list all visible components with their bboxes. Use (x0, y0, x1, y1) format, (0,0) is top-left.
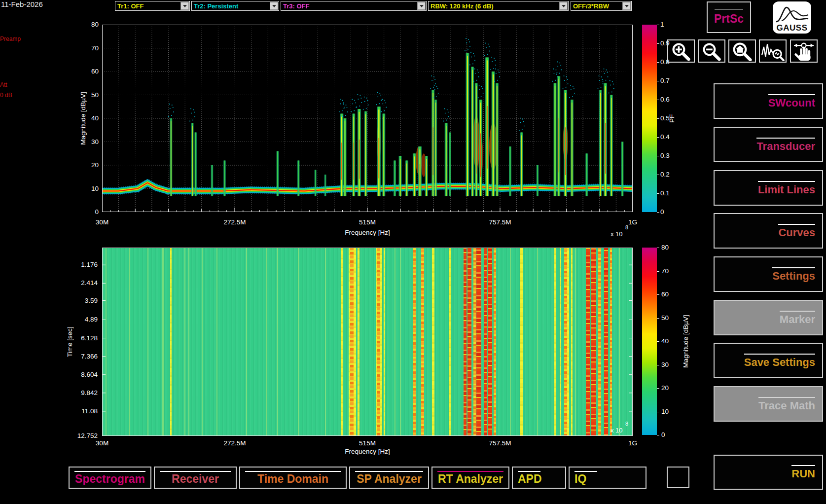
gauss-logo: GAUSS (773, 1, 811, 34)
button-inner: SWcount (768, 94, 815, 108)
tab-rt-analyzer[interactable]: RT Analyzer (431, 467, 509, 489)
colorbar-tick-mark (657, 365, 659, 365)
zoom-in-button[interactable] (667, 39, 695, 63)
trace1-dropdown[interactable]: Tr1: OFF (115, 1, 190, 11)
button-underline (772, 267, 815, 268)
sidebar-button-settings[interactable]: Settings (714, 256, 823, 292)
rbw-dropdown[interactable]: RBW: 120 kHz (6 dB) (428, 1, 569, 11)
pan-hand-icon (792, 41, 816, 61)
pan-button[interactable] (790, 39, 818, 63)
colorbar-tick-mark (657, 137, 659, 138)
x-tick-label: 272.5M (213, 439, 257, 447)
spectrogram-frame (102, 248, 633, 436)
sidebar-button-trace-math: Trace Math (714, 386, 823, 422)
zoom-signal-button[interactable] (759, 39, 787, 63)
zoom-signal-icon (761, 41, 785, 61)
sidebar-button-save-settings[interactable]: Save Settings (714, 343, 823, 378)
zoom-home-button[interactable] (728, 39, 756, 63)
trace2-dropdown[interactable]: Tr2: Persistent (191, 1, 279, 11)
dropdown-arrow-button[interactable] (180, 2, 189, 10)
colorbar-tick-label: 0.6 (660, 96, 670, 103)
print-screen-button[interactable]: PrtSc (707, 1, 751, 33)
y-tick-label: 20 (74, 161, 99, 169)
button-inner: Trace Math (758, 397, 815, 411)
time-tick-label: 8.604 (63, 371, 98, 378)
colorbar-tick-label: 20 (661, 384, 669, 392)
button-underline (758, 397, 815, 398)
colorbar-tick-mark (657, 81, 659, 81)
x-exponent-sup: 8 (625, 224, 628, 230)
button-underline (791, 465, 815, 466)
button-underline (778, 224, 815, 225)
x-tick-label: 515M (345, 218, 390, 226)
button-inner: Save Settings (744, 354, 815, 368)
colorbar-tick-label: 0.1 (660, 189, 670, 197)
colorbar-tick-mark (657, 100, 659, 100)
tab-underline (245, 471, 341, 472)
zoom-out-button[interactable] (698, 39, 725, 63)
colorbar-tick-label: 70 (661, 267, 669, 275)
colorbar-tick-mark (657, 156, 659, 156)
x-tick-label: 30M (80, 439, 124, 447)
tab-label: Spectrogram (74, 473, 145, 485)
y-tick-label: 80 (74, 21, 99, 28)
rbw-dropdown-value: RBW: 120 kHz (6 dB) (429, 2, 559, 10)
dropdown-arrow-button[interactable] (622, 2, 631, 10)
tab-underline (518, 471, 540, 472)
trace3-dropdown[interactable]: Tr3: OFF (281, 1, 427, 11)
time-tick-label: 4.89 (63, 316, 98, 323)
magnitude-colorbar (642, 248, 657, 435)
colorbar-tick-label: 40 (661, 337, 669, 345)
gauss-logo-text: GAUSS (777, 24, 808, 32)
colorbar-title: PF (668, 114, 676, 122)
status-note: Att (0, 81, 7, 88)
colorbar-tick-mark (657, 271, 659, 272)
x-tick-label: 1G (611, 218, 655, 226)
tab-time-domain[interactable]: Time Domain (239, 467, 347, 489)
colorbar-tick-label: 0.2 (660, 171, 670, 178)
detector-dropdown[interactable]: OFF/3*RBW (571, 1, 632, 11)
tab-sp-analyzer[interactable]: SP Analyzer (349, 467, 429, 489)
tab-apd[interactable]: APD (512, 467, 566, 489)
x-tick-label: 757.5M (478, 218, 522, 226)
tab-underline (74, 471, 145, 472)
button-label: Transducer (756, 141, 815, 152)
x-tick-label: 272.5M (213, 218, 257, 226)
colorbar-tick-mark (657, 175, 659, 175)
trace2-dropdown-value: Tr2: Persistent (192, 2, 270, 10)
chevron-down-icon (183, 5, 187, 7)
spectrogram-plot[interactable] (102, 248, 633, 436)
print-screen-label: PrtSc (714, 12, 744, 26)
colorbar-tick-label: 0 (660, 208, 664, 216)
tab-iq[interactable]: IQ (569, 467, 646, 489)
sidebar-button-limit-lines[interactable]: Limit Lines (714, 170, 823, 206)
colorbar-tick-mark (657, 412, 659, 412)
y-tick-label: 10 (74, 185, 99, 192)
time-tick-label: 12.752 (63, 432, 98, 439)
empty-tab-stub[interactable] (667, 467, 689, 488)
colorbar-tick-label: 0.7 (660, 77, 670, 84)
dropdown-arrow-button[interactable] (417, 2, 426, 10)
dropdown-arrow-button[interactable] (559, 2, 568, 10)
tab-receiver[interactable]: Receiver (154, 467, 237, 489)
sidebar-button-curves[interactable]: Curves (714, 213, 823, 249)
persistence-spectrum-plot[interactable] (102, 25, 633, 212)
colorbar-tick-label: 0 (661, 431, 665, 438)
run-button[interactable]: RUN (714, 455, 823, 490)
x-tick-label: 1G (611, 439, 655, 447)
button-label: Limit Lines (758, 184, 815, 195)
button-label: Save Settings (744, 357, 815, 368)
detector-dropdown-value: OFF/3*RBW (571, 2, 622, 10)
tab-spectrogram[interactable]: Spectrogram (69, 467, 151, 489)
button-label: Curves (778, 227, 815, 238)
sidebar-button-swcount[interactable]: SWcount (714, 83, 823, 119)
x-axis-title: Frequency [Hz] (338, 448, 397, 455)
status-note: 0 dB (0, 92, 12, 99)
zoom-home-icon (731, 41, 753, 61)
colorbar-tick-mark (657, 388, 659, 389)
sidebar-button-transducer[interactable]: Transducer (714, 127, 823, 162)
chevron-down-icon (272, 5, 276, 7)
x-exponent-base: x 10 (611, 230, 623, 238)
dropdown-arrow-button[interactable] (270, 2, 278, 10)
chevron-down-icon (625, 5, 629, 7)
